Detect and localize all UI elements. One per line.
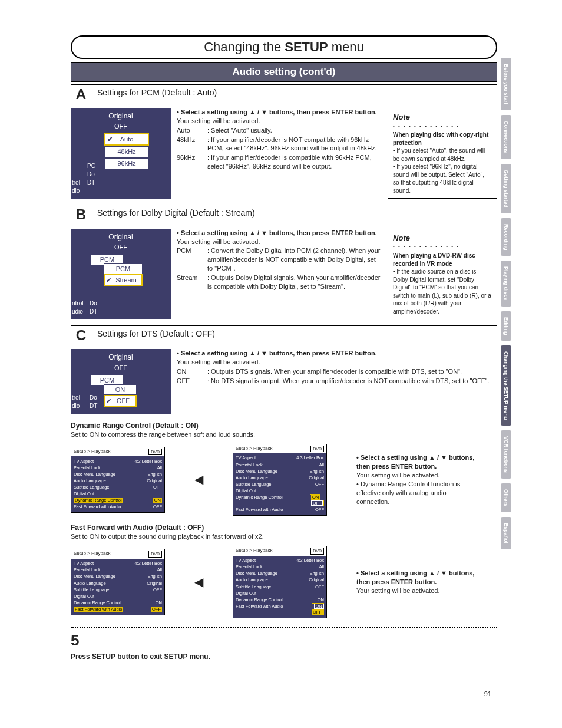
osd-a-auto: ✔Auto bbox=[104, 133, 149, 146]
section-letter-c: C bbox=[71, 326, 91, 345]
section-c-title: Settings for DTS (Default : OFF) bbox=[91, 326, 497, 345]
mini-ffa-left: Setup > PlaybackDVD TV Aspect4:3 Letter … bbox=[71, 549, 165, 615]
note-b: Note • • • • • • • • • • • • • When play… bbox=[388, 229, 497, 319]
section-a-head: A Settings for PCM (Default : Auto) bbox=[71, 84, 497, 104]
section-letter-a: A bbox=[71, 85, 91, 104]
mini-ffa-right: Setup > PlaybackDVD TV Aspect4:3 Letter … bbox=[233, 546, 327, 618]
tab-getting-started: Getting started bbox=[501, 164, 511, 213]
ffa-desc: • Select a setting using ▲ / ▼ buttons, … bbox=[356, 569, 480, 595]
tab-setup-menu: Changing the SETUP menu bbox=[501, 345, 511, 426]
tab-recording: Recording bbox=[501, 218, 511, 256]
tab-vcr: VCR functions bbox=[501, 430, 511, 479]
section-b-title: Settings for Dolby Digital (Default : St… bbox=[91, 205, 497, 224]
osd-c: Original OFF PCM ON ✔OFF trol dio Do DT bbox=[71, 349, 171, 413]
arrow-left-icon: ◀ bbox=[194, 472, 203, 487]
dotted-rule bbox=[71, 627, 497, 628]
step-number: 5 bbox=[71, 630, 497, 651]
page-number: 91 bbox=[484, 690, 491, 699]
desc-b: • Select a setting using ▲ / ▼ buttons, … bbox=[177, 229, 382, 319]
osd-a-48: 48kHz bbox=[104, 146, 149, 157]
step-text: Press SETUP button to exit SETUP menu. bbox=[71, 652, 497, 661]
section-c-head: C Settings for DTS (Default : OFF) bbox=[71, 325, 497, 345]
tab-editing: Editing bbox=[501, 311, 511, 341]
page-title: Changing the SETUP menu bbox=[71, 35, 497, 59]
drc-sub: Set to ON to compress the range between … bbox=[71, 430, 497, 439]
drc-desc: • Select a setting using ▲ / ▼ buttons, … bbox=[356, 453, 480, 506]
tab-playing: Playing discs bbox=[501, 261, 511, 307]
tab-others: Others bbox=[501, 483, 511, 512]
desc-c: • Select a setting using ▲ / ▼ buttons, … bbox=[177, 349, 497, 413]
mini-drc-right: Setup > PlaybackDVD TV Aspect4:3 Letter … bbox=[233, 444, 327, 516]
osd-b: Original OFF PCM PCM ✔Stream ntrol udio … bbox=[71, 229, 171, 319]
section-a-title: Settings for PCM (Default : Auto) bbox=[91, 85, 497, 104]
tab-before: Before you start bbox=[501, 58, 511, 110]
arrow-left-icon: ◀ bbox=[194, 574, 203, 590]
note-a: Note • • • • • • • • • • • • • When play… bbox=[388, 108, 497, 199]
page-subtitle: Audio setting (cont'd) bbox=[71, 62, 497, 82]
drc-head: Dynamic Range Control (Default : ON) bbox=[71, 421, 497, 430]
section-letter-b: B bbox=[71, 205, 91, 224]
desc-a: • Select a setting using ▲ / ▼ buttons, … bbox=[177, 108, 382, 199]
side-thumb-tabs: Before you start Connections Getting sta… bbox=[501, 58, 513, 554]
section-b-head: B Settings for Dolby Digital (Default : … bbox=[71, 205, 497, 225]
tab-espanol: Español bbox=[501, 517, 511, 549]
ffa-head: Fast Forward with Audio (Default : OFF) bbox=[71, 523, 497, 532]
tab-connections: Connections bbox=[501, 115, 511, 159]
osd-a: Original OFF ✔Auto 48kHz 96kHz trol dio … bbox=[71, 108, 171, 199]
ffa-sub: Set to ON to output the sound during pla… bbox=[71, 532, 497, 541]
osd-a-96: 96kHz bbox=[104, 158, 149, 169]
mini-drc-left: Setup > PlaybackDVD TV Aspect4:3 Letter … bbox=[71, 447, 165, 513]
